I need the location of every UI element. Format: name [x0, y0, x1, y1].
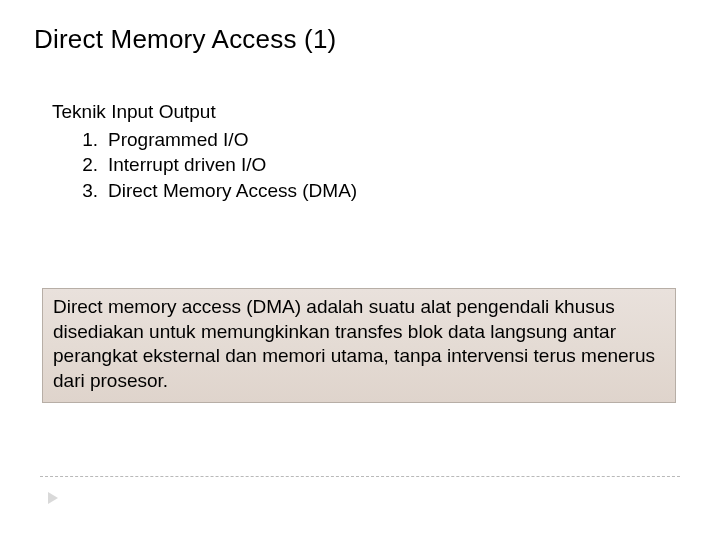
slide-title: Direct Memory Access (1) — [34, 24, 686, 55]
body-section: Teknik Input Output 1. Programmed I/O 2.… — [52, 99, 686, 204]
list-item: 2. Interrupt driven I/O — [80, 152, 686, 178]
list-text: Programmed I/O — [108, 127, 248, 153]
section-heading: Teknik Input Output — [52, 99, 686, 125]
definition-text: Direct memory access (DMA) adalah suatu … — [53, 296, 655, 391]
list-text: Direct Memory Access (DMA) — [108, 178, 357, 204]
list-item: 3. Direct Memory Access (DMA) — [80, 178, 686, 204]
list-text: Interrupt driven I/O — [108, 152, 266, 178]
list-number: 3. — [80, 178, 108, 204]
list-number: 1. — [80, 127, 108, 153]
definition-box: Direct memory access (DMA) adalah suatu … — [42, 288, 676, 403]
slide: Direct Memory Access (1) Teknik Input Ou… — [0, 0, 720, 540]
list-item: 1. Programmed I/O — [80, 127, 686, 153]
divider-line — [40, 476, 680, 477]
list-number: 2. — [80, 152, 108, 178]
numbered-list: 1. Programmed I/O 2. Interrupt driven I/… — [80, 127, 686, 204]
arrow-bullet-icon — [48, 492, 58, 504]
